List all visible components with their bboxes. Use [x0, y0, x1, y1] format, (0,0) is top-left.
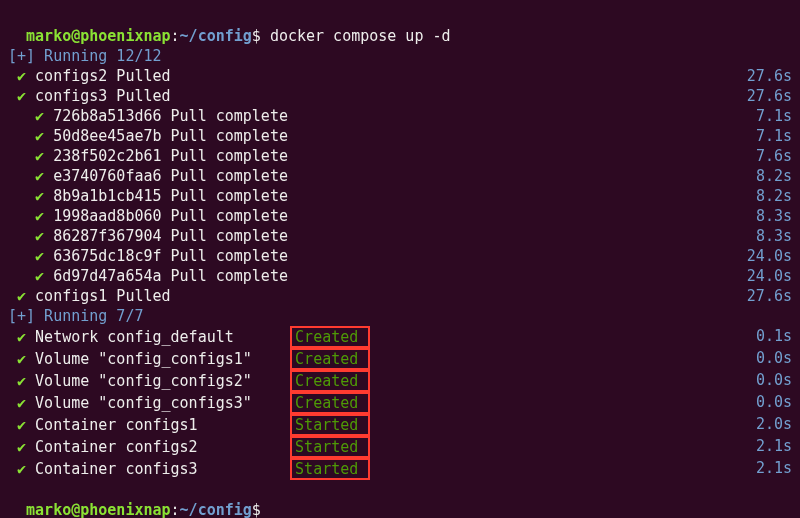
- pull-item-time: 7.1s: [756, 106, 792, 126]
- check-icon: ✔: [35, 107, 44, 125]
- pull-item-text: configs2 Pulled: [35, 66, 170, 86]
- pull-item-text: configs1 Pulled: [35, 286, 170, 306]
- resource-status: Created: [295, 350, 365, 368]
- check-icon: ✔: [17, 67, 26, 85]
- resource-time: 0.0s: [756, 370, 792, 390]
- resource-name: Container configs3: [35, 459, 290, 479]
- check-icon: ✔: [35, 147, 44, 165]
- check-icon: ✔: [35, 267, 44, 285]
- status-highlight: Created: [290, 392, 370, 414]
- pull-line: ✔ 726b8a513d66 Pull complete7.1s: [8, 106, 792, 126]
- check-icon: ✔: [35, 167, 44, 185]
- status-highlight: Created: [290, 348, 370, 370]
- pull-item-text: 238f502c2b61 Pull complete: [53, 146, 288, 166]
- check-icon: ✔: [35, 247, 44, 265]
- pull-item-time: 8.3s: [756, 226, 792, 246]
- pull-header-text: [+] Running 12/12: [8, 47, 162, 65]
- prompt-line: marko@phoenixnap:~/config$ docker compos…: [8, 6, 792, 46]
- pull-item-text: configs3 Pulled: [35, 86, 170, 106]
- resource-name: Volume "config_configs2": [35, 371, 290, 391]
- resource-name: Network config_default: [35, 327, 290, 347]
- up-header-text: [+] Running 7/7: [8, 307, 143, 325]
- resource-name: Volume "config_configs1": [35, 349, 290, 369]
- prompt-colon: :: [171, 501, 180, 518]
- resource-name: Container configs1: [35, 415, 290, 435]
- status-highlight: Started: [290, 414, 370, 436]
- resource-name: Container configs2: [35, 437, 290, 457]
- pull-item-text: 86287f367904 Pull complete: [53, 226, 288, 246]
- command-text: docker compose up -d: [270, 27, 451, 45]
- check-icon: ✔: [35, 127, 44, 145]
- pull-output: ✔ configs2 Pulled27.6s ✔ configs3 Pulled…: [8, 66, 792, 306]
- pull-item-time: 7.1s: [756, 126, 792, 146]
- pull-header: [+] Running 12/12: [8, 46, 792, 66]
- pull-line: ✔ 1998aad8b060 Pull complete8.3s: [8, 206, 792, 226]
- resource-time: 0.0s: [756, 348, 792, 368]
- pull-item-time: 8.2s: [756, 166, 792, 186]
- prompt-dollar: $: [252, 27, 261, 45]
- resource-name: Volume "config_configs3": [35, 393, 290, 413]
- pull-item-text: 50d8ee45ae7b Pull complete: [53, 126, 288, 146]
- pull-item-time: 24.0s: [747, 246, 792, 266]
- pull-line: ✔ 6d97d47a654a Pull complete24.0s: [8, 266, 792, 286]
- pull-line: ✔ configs1 Pulled27.6s: [8, 286, 792, 306]
- prompt-path: ~/config: [180, 501, 252, 518]
- prompt-colon: :: [171, 27, 180, 45]
- prompt-path: ~/config: [180, 27, 252, 45]
- pull-item-text: 63675dc18c9f Pull complete: [53, 246, 288, 266]
- pull-line: ✔ configs3 Pulled27.6s: [8, 86, 792, 106]
- status-highlight: Created: [290, 370, 370, 392]
- pull-line: ✔ 238f502c2b61 Pull complete7.6s: [8, 146, 792, 166]
- pull-item-time: 24.0s: [747, 266, 792, 286]
- resource-status: Started: [295, 416, 365, 434]
- prompt-user: marko@phoenixnap: [26, 501, 171, 518]
- pull-item-time: 8.2s: [756, 186, 792, 206]
- resource-output: ✔ Network config_defaultCreated0.1s ✔ Vo…: [8, 326, 792, 480]
- check-icon: ✔: [17, 460, 26, 478]
- pull-item-time: 27.6s: [747, 66, 792, 86]
- resource-line: ✔ Volume "config_configs2"Created0.0s: [8, 370, 792, 392]
- status-highlight: Started: [290, 436, 370, 458]
- pull-line: ✔ 50d8ee45ae7b Pull complete7.1s: [8, 126, 792, 146]
- resource-time: 0.1s: [756, 326, 792, 346]
- pull-item-text: 8b9a1b1cb415 Pull complete: [53, 186, 288, 206]
- resource-status: Created: [295, 394, 365, 412]
- pull-item-text: 726b8a513d66 Pull complete: [53, 106, 288, 126]
- resource-line: ✔ Network config_defaultCreated0.1s: [8, 326, 792, 348]
- pull-item-time: 27.6s: [747, 286, 792, 306]
- prompt-user: marko@phoenixnap: [26, 27, 171, 45]
- pull-item-time: 27.6s: [747, 86, 792, 106]
- pull-item-text: 6d97d47a654a Pull complete: [53, 266, 288, 286]
- check-icon: ✔: [17, 87, 26, 105]
- resource-line: ✔ Container configs2Started2.1s: [8, 436, 792, 458]
- check-icon: ✔: [17, 416, 26, 434]
- check-icon: ✔: [17, 438, 26, 456]
- up-header: [+] Running 7/7: [8, 306, 792, 326]
- check-icon: ✔: [35, 187, 44, 205]
- resource-line: ✔ Container configs1Started2.0s: [8, 414, 792, 436]
- pull-item-time: 7.6s: [756, 146, 792, 166]
- resource-time: 2.0s: [756, 414, 792, 434]
- check-icon: ✔: [17, 372, 26, 390]
- resource-time: 2.1s: [756, 436, 792, 456]
- resource-line: ✔ Volume "config_configs3"Created0.0s: [8, 392, 792, 414]
- check-icon: ✔: [17, 287, 26, 305]
- pull-item-text: e3740760faa6 Pull complete: [53, 166, 288, 186]
- pull-line: ✔ e3740760faa6 Pull complete8.2s: [8, 166, 792, 186]
- check-icon: ✔: [35, 227, 44, 245]
- resource-time: 2.1s: [756, 458, 792, 478]
- prompt-dollar: $: [252, 501, 261, 518]
- pull-item-text: 1998aad8b060 Pull complete: [53, 206, 288, 226]
- resource-time: 0.0s: [756, 392, 792, 412]
- pull-line: ✔ 63675dc18c9f Pull complete24.0s: [8, 246, 792, 266]
- resource-status: Started: [295, 438, 365, 456]
- pull-line: ✔ configs2 Pulled27.6s: [8, 66, 792, 86]
- status-highlight: Started: [290, 458, 370, 480]
- check-icon: ✔: [17, 328, 26, 346]
- trailing-prompt[interactable]: marko@phoenixnap:~/config$: [8, 480, 792, 518]
- pull-item-time: 8.3s: [756, 206, 792, 226]
- check-icon: ✔: [35, 207, 44, 225]
- check-icon: ✔: [17, 350, 26, 368]
- resource-line: ✔ Volume "config_configs1"Created0.0s: [8, 348, 792, 370]
- resource-status: Started: [295, 460, 365, 478]
